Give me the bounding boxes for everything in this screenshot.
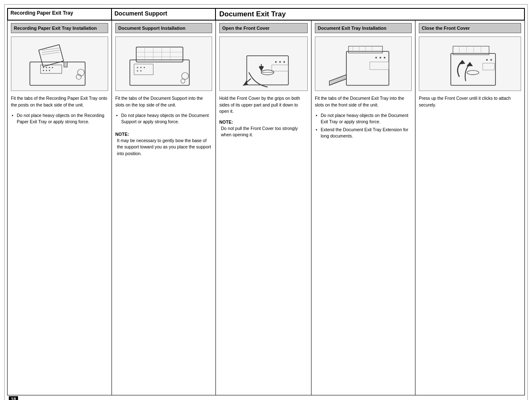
column-document-exit-tray: Document Exit Tray Installation — [311, 21, 415, 395]
header-document-support: Document Support — [111, 8, 215, 21]
svg-point-27 — [143, 67, 145, 68]
svg-point-34 — [275, 61, 277, 62]
svg-point-35 — [279, 61, 281, 62]
svg-point-25 — [137, 67, 138, 68]
svg-rect-41 — [346, 51, 389, 85]
svg-marker-53 — [459, 60, 465, 64]
column-close-front-cover: Close the Front Cover — [415, 21, 524, 395]
svg-marker-52 — [467, 62, 473, 66]
svg-point-36 — [283, 61, 285, 62]
svg-point-2 — [43, 67, 44, 68]
svg-line-12 — [42, 52, 60, 55]
svg-rect-45 — [370, 62, 389, 69]
svg-point-4 — [49, 67, 50, 68]
svg-rect-16 — [130, 60, 189, 85]
image-open-front-cover — [219, 36, 308, 91]
body-text-recording-paper: Fit the tabs of the Recording Paper Exit… — [11, 95, 108, 108]
note-text-open-front-cover: Do not pull the Front Cover too strongly… — [219, 125, 308, 138]
svg-rect-24 — [134, 64, 153, 74]
sub-header-document-exit-tray: Document Exit Tray Installation — [315, 23, 412, 33]
bullet-list-document-support: Do not place heavy objects on the Docume… — [115, 112, 212, 127]
column-recording-paper: Recording Paper Exit Tray Installation — [8, 21, 112, 395]
sub-header-document-support-text: Document Support Installation — [118, 26, 185, 31]
bullet-item: Do not place heavy objects on the Docume… — [115, 112, 212, 125]
svg-point-5 — [52, 67, 53, 68]
svg-point-7 — [46, 70, 47, 71]
column-open-front-cover: Open the Front Cover — [215, 21, 311, 395]
svg-rect-32 — [247, 55, 288, 84]
sub-header-recording-paper-text: Recording Paper Exit Tray Installation — [14, 26, 97, 31]
main-content: Recording Paper Exit Tray Installation — [7, 21, 525, 395]
svg-point-44 — [384, 57, 385, 58]
svg-rect-37 — [272, 65, 288, 71]
recording-paper-label: Recording Paper Exit Tray — [10, 10, 73, 16]
svg-rect-13 — [64, 62, 67, 67]
svg-point-3 — [46, 67, 47, 68]
body-text-open-front-cover: Hold the Front Cover by the grips on bot… — [219, 95, 308, 114]
svg-point-30 — [182, 73, 188, 79]
bullet-item-2: Extend the Document Exit Tray Extension … — [315, 127, 412, 139]
sub-header-close-front-cover: Close the Front Cover — [419, 23, 521, 33]
note-label-open-front-cover: NOTE: — [219, 119, 308, 125]
image-document-support — [115, 36, 212, 91]
body-text-document-support: Fit the tabs of the Document Support int… — [115, 95, 212, 108]
bullet-list-recording-paper: Do not place heavy objects on the Record… — [11, 112, 108, 127]
header-recording-paper: Recording Paper Exit Tray — [7, 8, 111, 21]
svg-point-28 — [137, 70, 138, 71]
svg-point-31 — [181, 79, 185, 83]
svg-point-6 — [43, 70, 44, 71]
svg-point-29 — [140, 70, 141, 71]
image-recording-paper — [11, 36, 108, 91]
sub-header-document-support: Document Support Installation — [115, 23, 212, 33]
body-text-close-front-cover: Press up the Front Cover until it clicks… — [419, 95, 521, 108]
svg-point-54 — [467, 70, 479, 74]
bullet-list-document-exit-tray: Do not place heavy objects on the Docume… — [315, 112, 412, 141]
column-document-support: Document Support Installation — [112, 21, 215, 395]
bullet-item-1: Do not place heavy objects on the Docume… — [315, 112, 412, 125]
svg-point-14 — [78, 69, 84, 75]
header-row: Recording Paper Exit Tray Document Suppo… — [7, 8, 525, 21]
header-document-exit-tray: Document Exit Tray — [215, 8, 525, 21]
image-document-exit-tray — [315, 36, 412, 91]
svg-rect-9 — [39, 44, 63, 66]
image-close-front-cover — [419, 36, 521, 91]
svg-point-61 — [490, 59, 492, 60]
body-text-document-exit-tray: Fit the tabs of the Document Exit Tray i… — [315, 95, 412, 108]
sub-header-open-front-cover: Open the Front Cover — [219, 23, 308, 33]
page-container: Recording Paper Exit Tray Document Suppo… — [4, 4, 528, 400]
document-support-label: Document Support — [114, 10, 167, 17]
note-label-document-support: NOTE: — [115, 132, 212, 137]
sub-header-close-front-cover-text: Close the Front Cover — [422, 26, 470, 31]
document-exit-tray-label: Document Exit Tray — [219, 10, 286, 18]
svg-point-26 — [140, 67, 141, 68]
page-number: 18 — [9, 396, 18, 400]
svg-point-60 — [486, 59, 488, 60]
svg-point-8 — [49, 70, 50, 71]
svg-point-43 — [379, 57, 381, 58]
sub-header-document-exit-tray-text: Document Exit Tray Installation — [318, 26, 387, 31]
svg-point-42 — [375, 57, 377, 58]
bullet-item: Do not place heavy objects on the Record… — [11, 112, 108, 125]
svg-rect-62 — [483, 63, 494, 70]
sub-header-recording-paper: Recording Paper Exit Tray Installation — [11, 23, 108, 33]
svg-line-11 — [42, 50, 60, 52]
note-text-document-support: It may be necessary to gently bow the ba… — [115, 138, 212, 157]
sub-header-open-front-cover-text: Open the Front Cover — [222, 26, 270, 31]
